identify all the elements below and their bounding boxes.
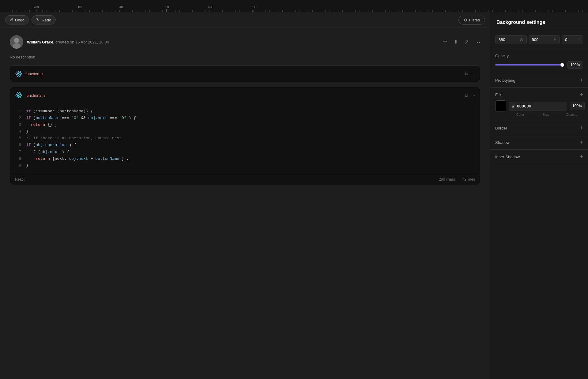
prototyping-label: Prototyping — [495, 78, 515, 83]
dimensions-row: 880 W 900 H 0 ° — [490, 30, 588, 47]
border-label: Border — [495, 126, 507, 130]
svg-point-6 — [18, 73, 19, 74]
hex-input[interactable] — [509, 102, 567, 111]
inner-shadow-label: Inner Shadow — [495, 155, 520, 159]
opacity-label: Opacity — [560, 113, 583, 116]
inner-shadow-add-button[interactable]: + — [580, 154, 583, 159]
opacity-slider[interactable] — [495, 64, 564, 66]
ruler-mark-400: 400 — [119, 6, 125, 9]
panel-header: Background settings — [490, 12, 588, 30]
fills-label: Fills — [495, 92, 502, 97]
line-count: 42 lines — [462, 177, 475, 182]
border-header: Border + — [495, 125, 583, 131]
filter-button[interactable]: ⚙ Filtres — [458, 16, 485, 24]
ruler-mark-200: 200 — [34, 6, 39, 9]
undo-button[interactable]: ↺ Undo — [5, 15, 29, 24]
ruler: 200 300 400 500 600 700 — [0, 0, 588, 12]
fills-add-button[interactable]: + — [580, 92, 583, 97]
degree-value: 0 — [565, 37, 577, 42]
redo-icon: ↻ — [36, 17, 40, 22]
border-section: Border + — [490, 121, 588, 135]
degree-field[interactable]: 0 ° — [562, 35, 583, 44]
prototyping-header: Prototyping + — [495, 77, 583, 83]
fill-opacity-value: 100% — [570, 102, 585, 110]
redo-button[interactable]: ↻ Redo — [32, 15, 56, 24]
shadow-header: Shadow + — [495, 140, 583, 145]
panel-title: Background settings — [496, 20, 545, 25]
code-line-8: 8 return {next: obj.next + buttonName } … — [16, 156, 474, 162]
more-icon-2[interactable]: ··· — [471, 93, 475, 98]
color-label: Color — [509, 113, 532, 116]
react-icon-1 — [15, 70, 22, 77]
ruler-mark-300: 300 — [77, 6, 82, 9]
code-line-4: 4 } — [16, 128, 474, 135]
svg-point-1 — [14, 38, 19, 43]
code-line-5: 5 // If there is an operation, update ne… — [16, 135, 474, 142]
code-line-7: 7 if (obj.next ) { — [16, 149, 474, 156]
author-name: William Grace, — [27, 40, 54, 44]
tech-label: React — [15, 177, 24, 182]
height-field[interactable]: 900 H — [529, 35, 560, 44]
filter-icon: ⚙ — [464, 18, 467, 22]
code-block: 1 if (isNumber (buttonName)) { 2 if (but… — [10, 103, 480, 174]
shadow-section: Shadow + — [490, 135, 588, 150]
author-info: William Grace, created on 15 Apr 2021, 1… — [27, 40, 443, 44]
opacity-thumb — [560, 63, 564, 67]
shadow-add-button[interactable]: + — [580, 140, 583, 145]
author-row: William Grace, created on 15 Apr 2021, 1… — [10, 35, 480, 49]
content-area: William Grace, created on 15 Apr 2021, 1… — [0, 28, 490, 379]
inner-shadow-header: Inner Shadow + — [495, 154, 583, 159]
fills-header: Fills + — [495, 92, 583, 97]
author-meta: created on 15 Apr 2021, 18:34 — [54, 40, 109, 44]
file-header-1: function.js ⧉ ··· — [10, 66, 480, 82]
code-line-2: 2 if (buttonName === "0" && obj.next ===… — [16, 115, 474, 122]
hex-label: Hex — [534, 113, 558, 116]
undo-label: Undo — [15, 18, 24, 22]
opacity-row: 100% — [495, 61, 583, 69]
width-field[interactable]: 880 W — [495, 35, 527, 44]
height-label: H — [554, 38, 556, 42]
opacity-value: 100% — [567, 61, 583, 69]
file-footer-2: React 286 chars 42 lines — [10, 174, 480, 185]
width-label: W — [520, 38, 523, 42]
more-icon[interactable]: ··· — [475, 39, 480, 46]
char-count: 286 chars — [439, 177, 455, 182]
inner-shadow-section: Inner Shadow + — [490, 150, 588, 164]
external-link-icon[interactable]: ↗ — [464, 39, 469, 45]
file-card-1: function.js ⧉ ··· — [10, 66, 480, 82]
prototyping-section: Prototyping + — [490, 73, 588, 88]
ruler-mark-700: 700 — [251, 6, 256, 9]
opacity-fill — [495, 64, 564, 66]
more-icon-1[interactable]: ··· — [471, 71, 475, 76]
fills-labels: Color Hex Opacity — [495, 113, 583, 116]
ruler-mark-500: 500 — [164, 6, 169, 9]
color-swatch[interactable] — [495, 100, 506, 111]
shadow-label: Shadow — [495, 140, 510, 145]
redo-label: Redo — [42, 18, 51, 22]
width-value: 880 — [499, 37, 518, 42]
right-panel: Background settings 880 W 900 H 0 ° Opac… — [490, 12, 588, 379]
file-name-1: function.js — [25, 72, 465, 76]
degree-label: ° — [578, 38, 580, 42]
copy-icon-2[interactable]: ⧉ — [465, 93, 468, 98]
svg-point-10 — [18, 95, 19, 96]
copy-icon-1[interactable]: ⧉ — [465, 71, 468, 77]
border-add-button[interactable]: + — [580, 125, 583, 131]
star-icon[interactable]: ☆ — [443, 39, 447, 45]
height-value: 900 — [532, 37, 553, 42]
file-header-2: function2.js ⧉ ··· — [10, 87, 480, 103]
opacity-section: Opacity 100% — [490, 49, 588, 73]
react-icon-2 — [15, 92, 22, 99]
fills-section: Fills + 100% Color Hex Opacity — [490, 88, 588, 121]
code-line-6: 6 if (obj.operation ) { — [16, 142, 474, 148]
code-line-3: 3 return {} ; — [16, 122, 474, 128]
download-icon[interactable]: ⬇ — [454, 39, 458, 45]
file-actions-2: ⧉ ··· — [465, 93, 475, 98]
file-card-2: function2.js ⧉ ··· 1 if (isNumber (butto… — [10, 87, 480, 185]
file-actions-1: ⧉ ··· — [465, 71, 475, 77]
ruler-mark-600: 600 — [208, 6, 213, 9]
prototyping-add-button[interactable]: + — [580, 77, 583, 83]
filter-label: Filtres — [469, 18, 480, 22]
opacity-label: Opacity — [495, 54, 583, 58]
code-line-9: 9 } — [16, 162, 474, 169]
